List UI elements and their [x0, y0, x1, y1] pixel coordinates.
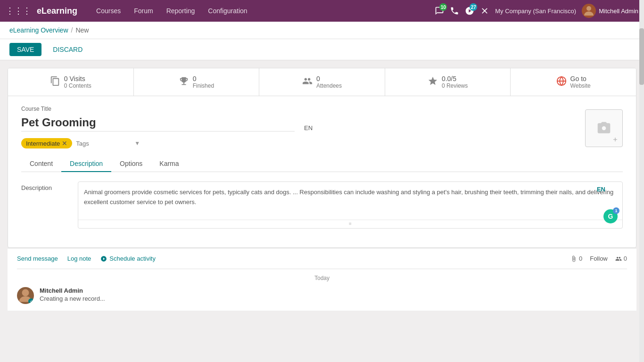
schedule-label: Schedule activity	[109, 255, 156, 262]
course-title-input[interactable]	[21, 114, 295, 132]
finished-sub: Finished	[193, 82, 214, 89]
tag-remove-icon[interactable]: ✕	[62, 140, 67, 147]
action-bar: SAVE DISCARD	[0, 39, 644, 60]
website-icon	[556, 76, 567, 89]
chatter-actions: Send message Log note Schedule activity …	[17, 255, 627, 262]
phone-icon-btn[interactable]	[450, 6, 459, 16]
breadcrumb-parent[interactable]: eLearning Overview	[9, 26, 68, 34]
nav-configuration[interactable]: Configuration	[202, 4, 253, 17]
desc-lang-badge: EN	[597, 186, 605, 193]
copy-icon	[50, 76, 60, 89]
chatter: Send message Log note Schedule activity …	[8, 248, 636, 311]
camera-icon	[596, 121, 611, 136]
navbar: ⋮⋮⋮ eLearning Courses Forum Reporting Co…	[0, 0, 644, 22]
nav-company: My Company (San Francisco)	[495, 8, 576, 15]
people-icon	[302, 76, 313, 89]
schedule-activity-button[interactable]: Schedule activity	[100, 255, 156, 262]
reviews-main: 0.0/5	[442, 75, 468, 82]
stats-bar: 0 Visits 0 Contents 0 Finished	[8, 68, 636, 96]
navbar-menu: Courses Forum Reporting Configuration	[91, 4, 431, 17]
save-button[interactable]: SAVE	[9, 43, 41, 56]
tab-karma[interactable]: Karma	[151, 156, 187, 172]
course-title-row: EN	[21, 114, 623, 132]
attachments-counter[interactable]: 0	[570, 255, 582, 262]
log-note-button[interactable]: Log note	[67, 255, 91, 262]
tab-description[interactable]: Description	[61, 156, 111, 172]
breadcrumb: eLearning Overview / New	[0, 22, 644, 39]
resize-handle[interactable]: ≡	[78, 220, 622, 227]
description-text[interactable]: Animal groomers provide cosmetic service…	[78, 182, 622, 220]
svg-point-0	[586, 6, 591, 11]
tag-label: Intermediate	[26, 140, 60, 147]
chat-badge: 10	[439, 3, 447, 11]
activity-badge: 27	[470, 3, 477, 11]
website-sub: Website	[570, 82, 591, 89]
add-icon	[612, 136, 619, 143]
followers-counter[interactable]: 0	[615, 255, 627, 262]
grid-icon[interactable]: ⋮⋮⋮	[6, 6, 31, 16]
scrollbar-thumb[interactable]	[639, 28, 644, 85]
send-message-button[interactable]: Send message	[17, 255, 58, 262]
nav-reporting[interactable]: Reporting	[161, 4, 201, 17]
user-avatar	[582, 4, 596, 18]
description-editor[interactable]: EN Animal groomers provide cosmetic serv…	[78, 181, 623, 229]
attendees-sub: Attendees	[316, 82, 342, 89]
chat-icon-btn[interactable]: 10	[435, 6, 444, 16]
tags-row: Intermediate ✕ ▼	[21, 138, 623, 148]
stat-website[interactable]: Go to Website	[511, 68, 636, 96]
website-text: Go to Website	[570, 75, 591, 89]
form-tabs: Content Description Options Karma	[21, 156, 623, 172]
attendees-text: 0 Attendees	[316, 75, 342, 89]
grammarly-button[interactable]: G 1	[603, 209, 618, 223]
finished-main: 0	[193, 75, 214, 82]
stat-finished[interactable]: 0 Finished	[134, 68, 260, 96]
avatar-icon	[582, 4, 596, 18]
msg-author: Mitchell Admin	[40, 287, 627, 294]
stat-reviews[interactable]: 0.0/5 0 Reviews	[385, 68, 511, 96]
tags-dropdown-icon[interactable]: ▼	[134, 140, 140, 147]
scrollbar-track[interactable]	[639, 0, 644, 318]
discard-button[interactable]: DISCARD	[45, 43, 90, 56]
reviews-text: 0.0/5 0 Reviews	[442, 75, 468, 89]
trophy-icon	[179, 76, 189, 89]
attendees-main: 0	[316, 75, 342, 82]
phone-icon	[450, 6, 459, 16]
tab-options[interactable]: Options	[111, 156, 151, 172]
title-lang-badge: EN	[304, 124, 313, 132]
user-name: Mitchell Admin	[599, 8, 638, 15]
nav-user[interactable]: Mitchell Admin	[582, 4, 638, 18]
course-image-upload[interactable]	[585, 109, 623, 147]
tab-content[interactable]: Content	[21, 156, 61, 172]
msg-content: Mitchell Admin Creating a new record...	[40, 287, 627, 304]
tags-input[interactable]	[76, 140, 132, 147]
stat-attendees[interactable]: 0 Attendees	[259, 68, 385, 96]
chatter-date: Today	[17, 275, 627, 281]
chatter-right: 0 Follow 0	[570, 255, 627, 262]
description-row: Description EN Animal groomers provide c…	[21, 181, 623, 229]
followers-count: 0	[624, 255, 627, 262]
navbar-right: 10 27 My Company (San Francisco) Mitchel…	[435, 4, 638, 18]
close-icon-btn[interactable]	[480, 6, 489, 16]
description-label: Description	[21, 181, 68, 229]
msg-text: Creating a new record...	[40, 295, 627, 302]
follow-button[interactable]: Follow	[590, 255, 608, 262]
activity-icon-btn[interactable]: 27	[465, 6, 474, 16]
msg-avatar-badge: ✓	[28, 298, 34, 304]
form-card: 0 Visits 0 Contents 0 Finished	[8, 68, 636, 248]
nav-forum[interactable]: Forum	[128, 4, 158, 17]
svg-point-2	[22, 289, 29, 296]
attachments-count: 0	[579, 255, 582, 262]
stat-visits[interactable]: 0 Visits 0 Contents	[8, 68, 134, 96]
course-title-label: Course Title	[21, 106, 623, 112]
chatter-message: ✓ Mitchell Admin Creating a new record..…	[17, 287, 627, 311]
visits-sub: 0 Contents	[64, 82, 91, 89]
followers-icon	[615, 255, 622, 262]
star-icon	[428, 76, 438, 89]
msg-avatar: ✓	[17, 287, 34, 304]
tag-intermediate[interactable]: Intermediate ✕	[21, 138, 72, 148]
description-tab-content: Description EN Animal groomers provide c…	[21, 172, 623, 238]
nav-courses[interactable]: Courses	[91, 4, 126, 17]
close-icon	[480, 6, 489, 16]
form-body: Course Title EN Intermediate ✕ ▼	[8, 96, 636, 247]
schedule-icon	[100, 255, 107, 262]
